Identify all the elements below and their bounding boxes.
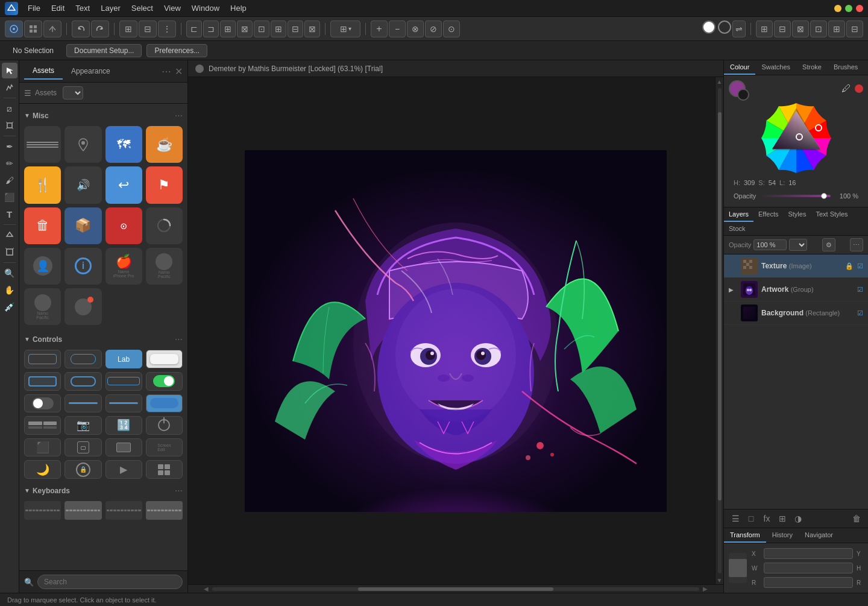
toolbar-align-btn7[interactable]: ⊟ xyxy=(288,21,303,37)
layers-tab-layers[interactable]: Layers xyxy=(724,207,753,222)
vscroll-up-arrow[interactable]: ▲ xyxy=(715,77,724,86)
opacity-slider[interactable] xyxy=(760,195,831,197)
kbd-item-4[interactable] xyxy=(146,501,183,520)
stroke-color-swatch[interactable] xyxy=(737,89,749,101)
misc-item-circle-notif[interactable] xyxy=(64,288,101,325)
toolbar-snap-btn[interactable]: ⊞▾ xyxy=(330,21,360,37)
layers-add-btn[interactable]: □ xyxy=(744,512,758,525)
toolbar-combine-btn[interactable]: ⊙ xyxy=(443,21,460,37)
ctrl-outline-accent[interactable] xyxy=(24,372,61,391)
ctrl-light[interactable]: ⬛ xyxy=(24,438,61,457)
color-tab-colour[interactable]: Colour xyxy=(724,60,755,75)
ctrl-outline-rect[interactable] xyxy=(24,350,61,368)
color-wheel-container[interactable] xyxy=(760,102,832,174)
toolbar-undo[interactable] xyxy=(72,21,90,37)
tool-pencil[interactable]: ✏ xyxy=(2,156,17,171)
layers-options-btn[interactable]: ⚙ xyxy=(822,238,835,251)
misc-item-box[interactable]: 📦 xyxy=(64,207,101,244)
misc-item-maps[interactable]: 🗺 xyxy=(105,126,142,163)
ctrl-screen2[interactable]: ScreenEdit xyxy=(146,438,183,457)
toolbar-align-btn6[interactable]: ⊞ xyxy=(271,21,286,37)
misc-item-flag[interactable]: ⚑ xyxy=(146,166,183,203)
toolbar-align-btn2[interactable]: ⊐ xyxy=(203,21,219,37)
ctrl-outline-rect2[interactable] xyxy=(64,350,101,368)
misc-item-location[interactable] xyxy=(64,126,101,163)
toolbar-view-normal[interactable]: ⊞ xyxy=(119,21,137,37)
toolbar-intersect-btn[interactable]: ⊗ xyxy=(407,21,424,37)
ctrl-toggle[interactable] xyxy=(146,372,183,391)
keyboards-section-header[interactable]: ▼ Keyboards ⋯ xyxy=(24,484,183,497)
tool-crop[interactable]: ⧄ xyxy=(2,101,17,116)
toolbar-icon-btn1[interactable]: ⊞ xyxy=(756,21,773,37)
hscroll-right-arrow[interactable]: ▶ xyxy=(699,585,711,593)
misc-item-list[interactable] xyxy=(24,126,61,163)
toolbar-persona-export[interactable] xyxy=(43,21,61,37)
transform-w-input[interactable]: 0 cm xyxy=(764,563,853,573)
tool-select[interactable] xyxy=(2,63,17,78)
layer-artwork[interactable]: ▶ Artwork (Group) ☑ xyxy=(724,278,868,301)
menu-edit[interactable]: Edit xyxy=(46,2,69,14)
tool-fill[interactable]: ⬛ xyxy=(2,189,17,205)
ctrl-camera[interactable]: 📷 xyxy=(64,416,101,435)
layers-mask-btn[interactable]: ◑ xyxy=(791,512,805,525)
toolbar-icon-btn3[interactable]: ⊠ xyxy=(792,21,809,37)
ctrl-white-rect[interactable] xyxy=(146,350,183,368)
ctrl-grid4[interactable] xyxy=(146,460,183,479)
menu-text[interactable]: Text xyxy=(71,2,95,14)
misc-item-sound[interactable]: 🔊 xyxy=(64,166,101,203)
ctrl-power[interactable] xyxy=(146,416,183,435)
misc-item-apple[interactable]: 🍎 NamoiPhone Pro xyxy=(105,248,142,285)
tool-transform[interactable] xyxy=(2,118,17,133)
canvas-horizontal-scrollbar[interactable]: ◀ ▶ xyxy=(188,584,723,593)
misc-item-fingerprint[interactable]: ⊙ xyxy=(105,207,142,244)
toolbar-persona-vector[interactable] xyxy=(5,21,23,37)
transform-anchor-thumb[interactable] xyxy=(729,553,747,583)
layers-fx-btn[interactable]: fx xyxy=(760,512,773,525)
color-tab-stroke[interactable]: Stroke xyxy=(796,60,828,75)
menu-select[interactable]: Select xyxy=(127,2,158,14)
layers-more-btn[interactable]: ⋯ xyxy=(850,238,863,251)
toolbar-divide-btn[interactable]: ⊘ xyxy=(425,21,442,37)
misc-item-loading[interactable] xyxy=(146,207,183,244)
misc-item-restaurant[interactable]: 🍴 xyxy=(24,166,61,203)
toolbar-align-btn4[interactable]: ⊠ xyxy=(237,21,253,37)
toolbar-fill-color[interactable] xyxy=(702,21,715,34)
canvas-vertical-scrollbar[interactable]: ▲ ▼ xyxy=(715,77,723,584)
kbd-item-3[interactable] xyxy=(105,501,142,520)
toolbar-swap-colors[interactable]: ⇌ xyxy=(732,21,746,37)
controls-section-header[interactable]: ▼ Controls ⋯ xyxy=(24,332,183,346)
toolbar-add-btn[interactable]: + xyxy=(371,21,388,37)
tool-hand[interactable]: ✋ xyxy=(2,282,17,298)
layers-group-btn[interactable]: ☰ xyxy=(729,512,742,525)
layer-vis-bg[interactable]: ☑ xyxy=(857,309,863,317)
menu-window[interactable]: Window xyxy=(187,2,224,14)
transform-r1-input[interactable]: 0 ° xyxy=(764,577,853,588)
controls-options[interactable]: ⋯ xyxy=(175,335,183,344)
ctrl-lock-circle[interactable]: 🔒 xyxy=(64,460,101,479)
toolbar-icon-btn6[interactable]: ⊟ xyxy=(846,21,863,37)
window-close[interactable] xyxy=(856,5,863,12)
color-tab-brushes[interactable]: Brushes xyxy=(828,60,864,75)
toolbar-redo[interactable] xyxy=(91,21,109,37)
transform-x-input[interactable]: 0 cm xyxy=(764,548,853,559)
layers-tab-effects[interactable]: Effects xyxy=(753,207,783,222)
vscroll-down-arrow[interactable]: ▼ xyxy=(715,576,724,584)
tool-node[interactable] xyxy=(2,80,17,95)
toolbar-subtract-btn[interactable]: − xyxy=(389,21,406,37)
assets-tab-appearance[interactable]: Appearance xyxy=(63,63,119,79)
layer-background[interactable]: Background (Rectangle) ☑ xyxy=(724,301,868,325)
toolbar-stroke-color[interactable] xyxy=(718,21,731,34)
transform-tab-navigator[interactable]: Navigator xyxy=(799,528,839,543)
toolbar-align-btn8[interactable]: ⊠ xyxy=(304,21,320,37)
ctrl-table[interactable] xyxy=(24,416,61,435)
toolbar-icon-btn4[interactable]: ⊡ xyxy=(810,21,827,37)
layer-vis-artwork[interactable]: ☑ xyxy=(857,286,863,294)
transform-tab-history[interactable]: History xyxy=(766,528,799,543)
menu-view[interactable]: View xyxy=(159,2,186,14)
window-maximize[interactable] xyxy=(845,5,852,12)
keyboards-options[interactable]: ⋯ xyxy=(175,486,183,495)
toolbar-icon-btn2[interactable]: ⊟ xyxy=(774,21,791,37)
layer-vis-texture[interactable]: ☑ xyxy=(857,262,863,270)
misc-section-header[interactable]: ▼ Misc ⋯ xyxy=(24,109,183,122)
misc-item-delete[interactable]: 🗑 xyxy=(24,207,61,244)
